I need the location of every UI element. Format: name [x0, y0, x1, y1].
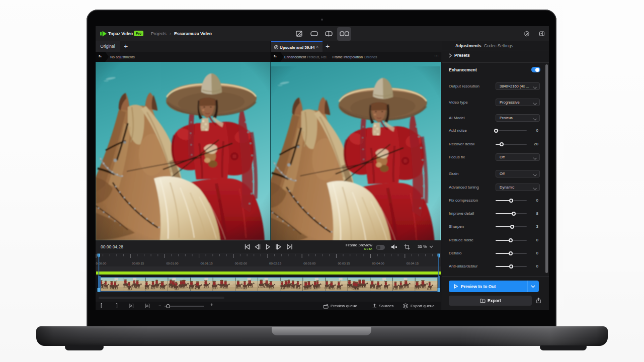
svg-text:00:03:00: 00:03:00 — [303, 261, 316, 265]
svg-text:00:01:00: 00:01:00 — [166, 261, 179, 265]
svg-text:00:02:15: 00:02:15 — [269, 261, 282, 265]
svg-text:00:03:15: 00:03:15 — [338, 261, 350, 265]
svg-text:00:01:15: 00:01:15 — [201, 261, 213, 265]
svg-text:00:02:00: 00:02:00 — [235, 261, 248, 265]
svg-text:00:00:15: 00:00:15 — [132, 261, 144, 265]
svg-text:00:04:00: 00:04:00 — [372, 261, 385, 265]
svg-text:00:04:15: 00:04:15 — [407, 261, 419, 265]
